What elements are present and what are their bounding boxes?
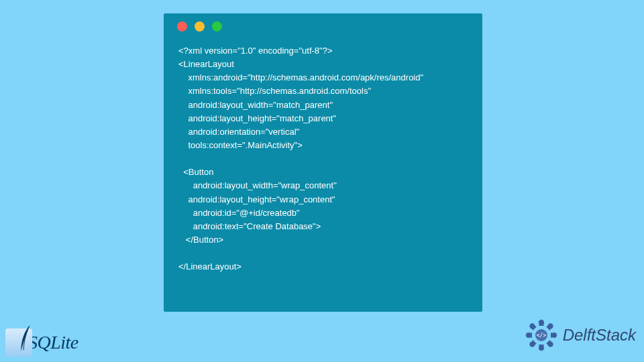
delftstack-logo: </> DelftStack (523, 316, 636, 354)
svg-point-1 (539, 320, 544, 325)
minimize-icon (195, 21, 205, 32)
code-content: <?xml version="1.0" encoding="utf-8"?> <… (164, 39, 482, 286)
feather-icon (17, 324, 32, 354)
code-window: <?xml version="1.0" encoding="utf-8"?> <… (164, 13, 482, 312)
maximize-icon (212, 21, 222, 32)
sqlite-text: SQLite (28, 332, 78, 353)
sqlite-logo: SQLite (5, 328, 78, 357)
sqlite-box-icon (5, 328, 32, 357)
code-bracket-icon: </> (536, 333, 546, 339)
close-icon (177, 21, 187, 32)
delftstack-text: DelftStack (563, 326, 636, 345)
window-titlebar (164, 13, 482, 39)
delftstack-badge-icon: </> (523, 316, 560, 354)
